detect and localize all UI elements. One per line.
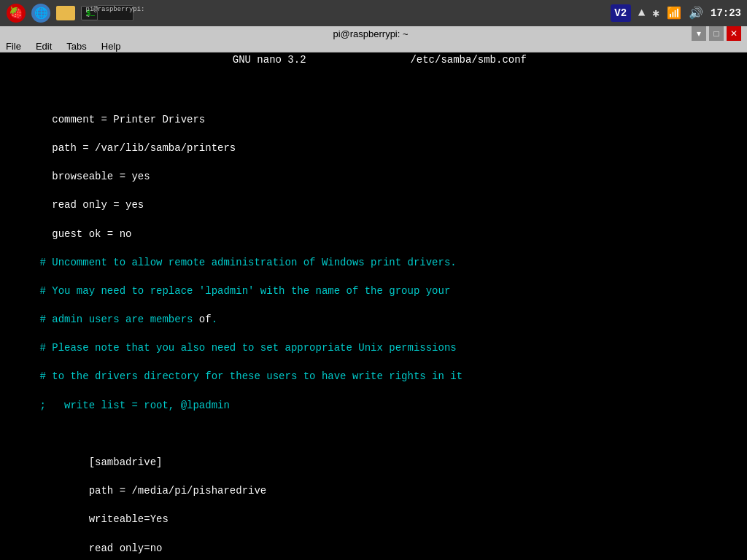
browser-icon[interactable]: 🌐 — [31, 3, 51, 23]
menu-file[interactable]: File — [3, 41, 24, 52]
bluetooth-icon: ✱ — [652, 6, 659, 20]
up-arrow-icon: ▲ — [638, 7, 646, 20]
menu-help[interactable]: Help — [98, 41, 124, 52]
nano-editor: GNU nano 3.2 /etc/samba/smb.conf comment… — [0, 52, 747, 560]
system-bar-right: V2 ▲ ✱ 📶 🔊 17:23 — [611, 4, 741, 22]
menu-tabs[interactable]: Tabs — [63, 41, 89, 52]
editor-content[interactable]: comment = Printer Drivers path = /var/li… — [0, 67, 747, 560]
terminal-close-button[interactable]: ✕ — [727, 26, 741, 41]
terminal-minimize-button[interactable]: ▾ — [692, 26, 706, 41]
terminal-title: pi@raspberrypi: ~ — [50, 28, 692, 39]
terminal-controls: ▾ □ ✕ — [692, 26, 741, 41]
terminal-maximize-button[interactable]: □ — [709, 26, 724, 41]
nano-header: GNU nano 3.2 /etc/samba/smb.conf — [0, 52, 747, 67]
v2-badge: V2 — [611, 4, 631, 22]
system-bar-left: 🍓 🌐 $_ pi@raspberrypi: ~ — [6, 3, 125, 23]
clock: 17:23 — [711, 7, 741, 19]
wifi-icon: 📶 — [667, 6, 681, 20]
terminal-title-bar: pi@raspberrypi: ~ ▾ □ ✕ — [0, 26, 747, 41]
menu-edit[interactable]: Edit — [33, 41, 55, 52]
menu-bar: File Edit Tabs Help — [0, 41, 747, 52]
system-bar: 🍓 🌐 $_ pi@raspberrypi: ~ V2 ▲ ✱ 📶 🔊 17:2… — [0, 0, 747, 26]
terminal2-icon[interactable]: pi@raspberrypi: ~ — [105, 3, 125, 23]
file-manager-icon[interactable] — [55, 3, 76, 23]
volume-icon: 🔊 — [689, 6, 703, 20]
terminal-window: pi@raspberrypi: ~ ▾ □ ✕ File Edit Tabs H… — [0, 26, 747, 560]
raspberry-pi-icon[interactable]: 🍓 — [6, 3, 26, 23]
